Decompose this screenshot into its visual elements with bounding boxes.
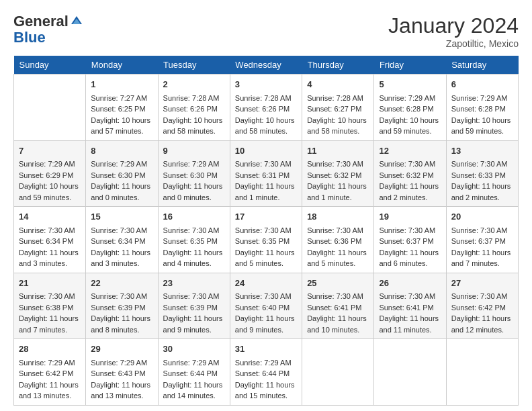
day-info: Daylight: 10 hours [379,115,441,126]
day-info: Sunset: 6:32 PM [307,170,369,181]
calendar-week-row: 1Sunrise: 7:27 AMSunset: 6:25 PMDaylight… [14,75,519,141]
day-info: Sunrise: 7:30 AM [163,291,225,302]
header-tuesday: Tuesday [158,56,230,75]
day-info: and 8 minutes. [91,324,152,336]
day-number: 23 [163,277,225,290]
table-row: 12Sunrise: 7:30 AMSunset: 6:32 PMDayligh… [374,140,446,207]
table-row [374,339,446,406]
day-number: 29 [91,342,152,356]
day-info: Sunrise: 7:29 AM [163,158,225,170]
day-info: and 59 minutes. [19,192,81,203]
table-row: 27Sunrise: 7:30 AMSunset: 6:42 PMDayligh… [446,273,518,339]
day-info: Sunrise: 7:30 AM [307,158,369,170]
day-info: Sunrise: 7:30 AM [235,225,297,236]
day-info: Sunset: 6:27 PM [307,103,369,115]
day-number: 13 [451,144,513,158]
day-info: and 15 minutes. [235,390,297,402]
day-info: Sunset: 6:30 PM [163,170,225,181]
day-info: Daylight: 11 hours [451,181,513,192]
table-row [14,75,86,141]
day-info: Sunrise: 7:30 AM [19,225,81,236]
table-row: 2Sunrise: 7:28 AMSunset: 6:26 PMDaylight… [158,75,230,141]
day-number: 8 [91,144,152,158]
calendar-week-row: 14Sunrise: 7:30 AMSunset: 6:34 PMDayligh… [14,207,519,273]
table-row: 17Sunrise: 7:30 AMSunset: 6:35 PMDayligh… [230,207,302,273]
calendar-table: Sunday Monday Tuesday Wednesday Thursday… [13,56,519,406]
table-row: 23Sunrise: 7:30 AMSunset: 6:39 PMDayligh… [158,273,230,339]
day-info: Sunset: 6:40 PM [235,302,297,314]
day-info: Daylight: 11 hours [163,247,225,259]
day-info: Sunset: 6:34 PM [19,236,81,247]
day-number: 26 [379,277,441,290]
day-number: 1 [91,78,152,91]
day-info: and 7 minutes. [451,258,513,269]
day-number: 18 [307,210,369,224]
day-number: 5 [379,78,441,91]
day-info: Daylight: 10 hours [19,181,81,192]
day-info: and 3 minutes. [19,258,81,269]
day-info: Sunset: 6:31 PM [235,170,297,181]
day-info: and 14 minutes. [163,390,225,402]
table-row: 25Sunrise: 7:30 AMSunset: 6:41 PMDayligh… [302,273,374,339]
day-info: and 5 minutes. [307,258,369,269]
day-number: 15 [91,210,152,224]
day-info: Sunset: 6:41 PM [379,302,441,314]
day-info: Sunrise: 7:29 AM [163,357,225,369]
table-row: 13Sunrise: 7:30 AMSunset: 6:33 PMDayligh… [446,140,518,207]
day-info: Sunset: 6:28 PM [379,103,441,115]
day-info: and 1 minute. [235,192,297,203]
table-row: 7Sunrise: 7:29 AMSunset: 6:29 PMDaylight… [14,140,86,207]
header-sunday: Sunday [14,56,86,75]
day-info: and 3 minutes. [91,258,152,269]
day-info: Daylight: 11 hours [307,181,369,192]
day-number: 28 [19,342,81,356]
table-row: 24Sunrise: 7:30 AMSunset: 6:40 PMDayligh… [230,273,302,339]
day-info: Sunset: 6:41 PM [307,302,369,314]
day-info: Sunset: 6:44 PM [235,368,297,379]
page-header: General Blue January 2024 Zapotiltic, Me… [13,13,519,49]
table-row: 20Sunrise: 7:30 AMSunset: 6:37 PMDayligh… [446,207,518,273]
table-row: 26Sunrise: 7:30 AMSunset: 6:41 PMDayligh… [374,273,446,339]
day-number: 16 [163,210,225,224]
day-info: Sunset: 6:42 PM [19,368,81,379]
day-info: and 58 minutes. [163,126,225,137]
table-row: 15Sunrise: 7:30 AMSunset: 6:34 PMDayligh… [86,207,158,273]
day-info: Daylight: 11 hours [19,313,81,324]
day-info: and 9 minutes. [163,324,225,336]
day-info: Daylight: 11 hours [307,247,369,259]
day-info: Sunrise: 7:30 AM [451,225,513,236]
header-thursday: Thursday [302,56,374,75]
day-number: 12 [379,144,441,158]
day-info: Daylight: 11 hours [451,313,513,324]
day-number: 7 [19,144,81,158]
day-info: Sunrise: 7:30 AM [91,291,152,302]
day-info: Daylight: 11 hours [91,247,152,259]
table-row [302,339,374,406]
day-info: Sunset: 6:37 PM [451,236,513,247]
day-info: Daylight: 11 hours [19,247,81,259]
table-row: 14Sunrise: 7:30 AMSunset: 6:34 PMDayligh… [14,207,86,273]
day-info: and 59 minutes. [379,126,441,137]
day-info: Daylight: 11 hours [91,181,152,192]
day-info: Sunrise: 7:29 AM [451,93,513,104]
day-info: and 9 minutes. [235,324,297,336]
day-info: Daylight: 10 hours [91,115,152,126]
day-info: Sunset: 6:28 PM [451,103,513,115]
table-row: 21Sunrise: 7:30 AMSunset: 6:38 PMDayligh… [14,273,86,339]
day-info: Daylight: 11 hours [235,181,297,192]
day-info: Daylight: 11 hours [379,247,441,259]
day-info: and 5 minutes. [235,258,297,269]
day-info: and 1 minute. [307,192,369,203]
day-number: 25 [307,277,369,290]
day-number: 24 [235,277,297,290]
day-info: Sunset: 6:30 PM [91,170,152,181]
table-row: 5Sunrise: 7:29 AMSunset: 6:28 PMDaylight… [374,75,446,141]
day-info: Sunset: 6:43 PM [91,368,152,379]
day-info: and 57 minutes. [91,126,152,137]
table-row: 16Sunrise: 7:30 AMSunset: 6:35 PMDayligh… [158,207,230,273]
day-info: Sunrise: 7:28 AM [163,93,225,104]
day-number: 27 [451,277,513,290]
header-wednesday: Wednesday [230,56,302,75]
day-number: 6 [451,78,513,91]
table-row: 29Sunrise: 7:29 AMSunset: 6:43 PMDayligh… [86,339,158,406]
